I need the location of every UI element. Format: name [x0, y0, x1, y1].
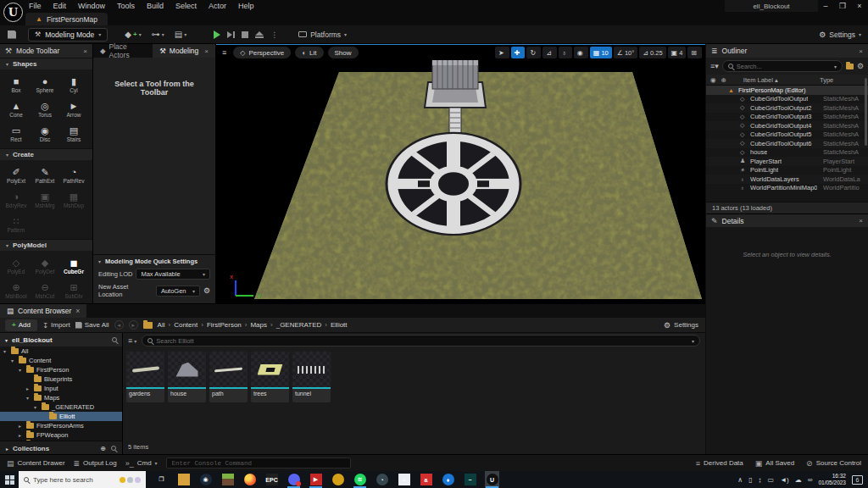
- minecraft[interactable]: [220, 471, 235, 488]
- lit-dropdown[interactable]: ◐Lit: [295, 47, 323, 58]
- tree-folder[interactable]: ▾_GENERATED: [0, 402, 122, 412]
- epic-games[interactable]: EPC: [264, 471, 279, 488]
- breadcrumb-item[interactable]: Elliott: [325, 321, 347, 329]
- minimize-button[interactable]: –: [817, 0, 834, 12]
- polymodel-tool-button[interactable]: ◆PolyDef: [31, 253, 59, 278]
- create-tool-button[interactable]: ◔PathRev: [59, 163, 88, 187]
- all-saved-indicator[interactable]: ▣All Saved: [755, 459, 794, 468]
- filter-icon[interactable]: ≡▾: [710, 62, 719, 70]
- perspective-dropdown[interactable]: ◇Perspective: [233, 47, 291, 58]
- derived-data-button[interactable]: ≡Derived Data: [696, 459, 743, 468]
- file-explorer[interactable]: [176, 471, 191, 488]
- menu-item[interactable]: Edit: [53, 2, 67, 10]
- skip-button[interactable]: [227, 31, 235, 38]
- item-label-column[interactable]: Item Label ▴: [743, 76, 778, 84]
- start-button[interactable]: [0, 471, 19, 488]
- outliner-tab[interactable]: ≣ Outliner ×: [706, 44, 868, 58]
- eject-button[interactable]: [255, 31, 264, 38]
- breadcrumb-item[interactable]: Content: [169, 321, 198, 329]
- breadcrumb-item[interactable]: FirstPerson: [201, 321, 242, 329]
- task-view[interactable]: ❐: [154, 471, 169, 488]
- scale-tool[interactable]: ⊿: [542, 47, 557, 58]
- settings-dropdown[interactable]: ⚙ Settings ▾: [819, 30, 861, 39]
- gear-icon[interactable]: ⚙: [857, 62, 864, 70]
- close-icon[interactable]: ×: [75, 307, 80, 315]
- search-icon[interactable]: [111, 446, 116, 451]
- outliner-row[interactable]: ♁WorldDataLayersWorldDataLa: [706, 175, 868, 184]
- tree-folder[interactable]: ▸FPWeapon: [0, 430, 122, 440]
- outliner-row[interactable]: ◇houseStaticMeshA: [706, 148, 868, 158]
- tree-root-header[interactable]: ▾ ell_Blockout: [0, 333, 122, 347]
- search-icon[interactable]: [112, 337, 117, 342]
- taskbar-search[interactable]: Type here to search: [19, 471, 146, 488]
- polymodel-tool-button[interactable]: ◇PolyEd: [2, 253, 31, 278]
- create-tool-button[interactable]: ∷Pattern: [2, 212, 31, 236]
- viewport-scene[interactable]: Y x: [216, 60, 705, 304]
- discord[interactable]: [287, 471, 301, 488]
- scale-snap[interactable]: ⊿0.25: [639, 47, 665, 58]
- blueprints-button[interactable]: ⊶▾: [152, 30, 164, 39]
- breadcrumb-item[interactable]: _GENERATED: [270, 321, 321, 329]
- tree-folder[interactable]: ▾Maps: [0, 393, 122, 402]
- add-button[interactable]: +Add: [5, 319, 37, 331]
- cmd-dropdown[interactable]: »_Cmd▾: [125, 459, 158, 468]
- menu-item[interactable]: Help: [238, 2, 254, 10]
- surface-snap[interactable]: ◉: [574, 47, 588, 58]
- menu-item[interactable]: Window: [78, 2, 105, 10]
- outliner-row[interactable]: ◇CubeGridToolOutput4StaticMeshA: [706, 121, 868, 130]
- create-tool-button[interactable]: ◑BdryRev: [2, 187, 31, 212]
- tree-folder[interactable]: ▸FirstPersonArms: [0, 421, 122, 430]
- breadcrumb-item[interactable]: Maps: [245, 321, 267, 329]
- path[interactable]: path: [209, 352, 248, 402]
- tray-icon[interactable]: ▯: [748, 476, 752, 484]
- viewport[interactable]: ≡ ◇Perspective ◐Lit Show ➤✚↻⊿♁◉▦10∠10°⊿0…: [216, 44, 705, 303]
- tray-icon[interactable]: ☁: [795, 476, 802, 484]
- output-log-button[interactable]: ≣Output Log: [74, 459, 117, 468]
- polymodel-tool-button[interactable]: ⊕MshBool: [2, 278, 31, 302]
- menu-item[interactable]: Tools: [117, 2, 135, 10]
- stop-button[interactable]: [242, 31, 248, 38]
- close-button[interactable]: ×: [851, 0, 868, 12]
- menu-item[interactable]: Actor: [209, 2, 226, 10]
- content-drawer-button[interactable]: ▤Content Drawer: [7, 459, 65, 468]
- play-options-kebab-icon[interactable]: ⋮: [270, 30, 278, 39]
- console-command-input[interactable]: [172, 460, 345, 467]
- editing-lod-select[interactable]: Max Available▾: [136, 269, 210, 280]
- polymodel-tool-button[interactable]: ◼CubeGr: [59, 253, 88, 278]
- tray-icon[interactable]: ∧: [737, 476, 743, 484]
- tree-folder[interactable]: Blueprints: [0, 374, 122, 384]
- close-icon[interactable]: ×: [859, 47, 863, 55]
- create-tool-button[interactable]: ▣MshMrg: [31, 187, 59, 212]
- collections-row[interactable]: ▸Collections ⊕: [0, 441, 122, 455]
- tab-modeling[interactable]: ⚒Modeling×: [153, 44, 215, 58]
- source-control-button[interactable]: ⊘Source Control: [806, 459, 861, 468]
- import-button[interactable]: ↧Import: [42, 321, 70, 330]
- section-header-shapes[interactable]: ▾Shapes: [0, 58, 92, 69]
- outliner-search[interactable]: ▾: [722, 60, 843, 72]
- gold-app[interactable]: [331, 471, 345, 488]
- outliner-search-input[interactable]: [737, 63, 831, 70]
- visibility-column-icon[interactable]: ◉: [710, 76, 716, 84]
- breadcrumb-item[interactable]: All: [158, 321, 165, 329]
- grid-snap[interactable]: ▦10: [590, 47, 612, 58]
- outliner-row[interactable]: ♟PlayerStartPlayerStart: [706, 157, 868, 166]
- play-button[interactable]: [214, 30, 220, 39]
- tree-folder[interactable]: Elliott: [0, 412, 122, 421]
- outliner-row[interactable]: ◇CubeGridToolOutput3StaticMeshA: [706, 113, 868, 122]
- shape-tool-button[interactable]: ▤Stairs: [59, 121, 88, 146]
- tab-place-actors[interactable]: ◆Place Actors: [93, 44, 153, 58]
- tree-folder[interactable]: ▾FirstPerson: [0, 365, 122, 374]
- spotify[interactable]: ≋: [353, 471, 367, 488]
- create-tool-button[interactable]: ✎PathExt: [31, 163, 59, 187]
- tree-folder[interactable]: ▾Content: [0, 356, 122, 365]
- world-space-toggle[interactable]: ♁: [559, 47, 572, 58]
- teal-app[interactable]: ~: [463, 471, 477, 488]
- notification-center-icon[interactable]: 6: [852, 475, 863, 485]
- add-collection-icon[interactable]: ⊕: [100, 445, 106, 452]
- platforms-dropdown[interactable]: Platforms ▾: [298, 30, 347, 39]
- menu-item[interactable]: Build: [147, 2, 164, 10]
- rotate-tool[interactable]: ↻: [526, 47, 541, 58]
- camera-speed[interactable]: ▣4: [668, 47, 687, 58]
- outliner-row[interactable]: ◇CubeGridToolOutputStaticMeshA: [706, 95, 868, 104]
- viewport-menu-icon[interactable]: ≡: [220, 48, 229, 57]
